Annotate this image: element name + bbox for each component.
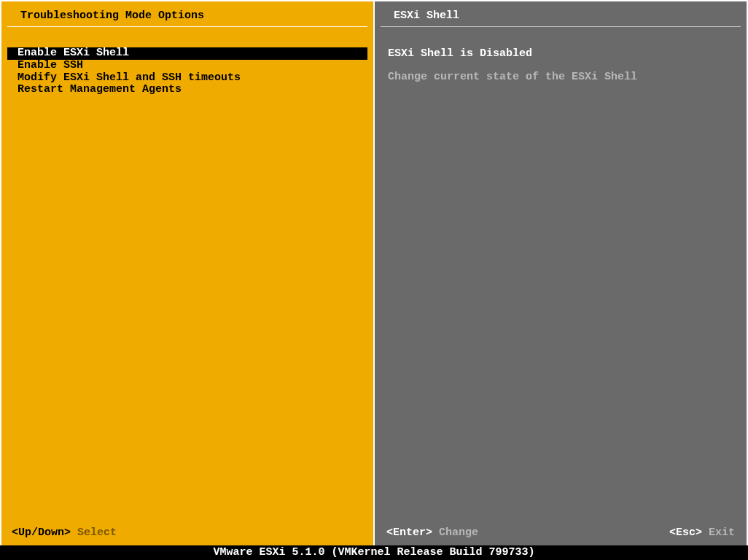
detail-description: Change current state of the ESXi Shell: [388, 71, 733, 83]
menu-item-enable-esxi-shell[interactable]: Enable ESXi Shell: [7, 47, 367, 60]
left-pane-title: Troubleshooting Mode Options: [7, 1, 367, 27]
menu-item-restart-management-agents[interactable]: Restart Management Agents: [7, 84, 367, 96]
hint-key-enter: <Enter>: [386, 526, 432, 539]
detail-area: ESXi Shell is Disabled Change current st…: [375, 27, 747, 83]
hint-label-exit: Exit: [709, 526, 735, 539]
dcui-screen: Troubleshooting Mode Options Enable ESXi…: [0, 0, 748, 545]
detail-status: ESXi Shell is Disabled: [388, 47, 733, 60]
left-footer-hint: <Up/Down> Select: [12, 526, 117, 539]
right-pane-title: ESXi Shell: [381, 1, 741, 27]
right-pane: ESXi Shell ESXi Shell is Disabled Change…: [374, 1, 747, 545]
hint-label-select: Select: [77, 526, 117, 539]
status-bar: VMware ESXi 5.1.0 (VMKernel Release Buil…: [0, 545, 748, 560]
left-pane: Troubleshooting Mode Options Enable ESXi…: [1, 1, 374, 545]
right-footer-enter-hint: <Enter> Change: [386, 526, 478, 539]
menu-list: Enable ESXi Shell Enable SSH Modify ESXi…: [1, 27, 373, 96]
hint-key-esc: <Esc>: [669, 526, 702, 539]
menu-item-modify-timeouts[interactable]: Modify ESXi Shell and SSH timeouts: [7, 72, 367, 85]
menu-item-enable-ssh[interactable]: Enable SSH: [7, 60, 367, 72]
right-footer-esc-hint: <Esc> Exit: [669, 526, 735, 539]
hint-label-change: Change: [439, 526, 478, 539]
hint-key-updown: <Up/Down>: [12, 526, 71, 539]
